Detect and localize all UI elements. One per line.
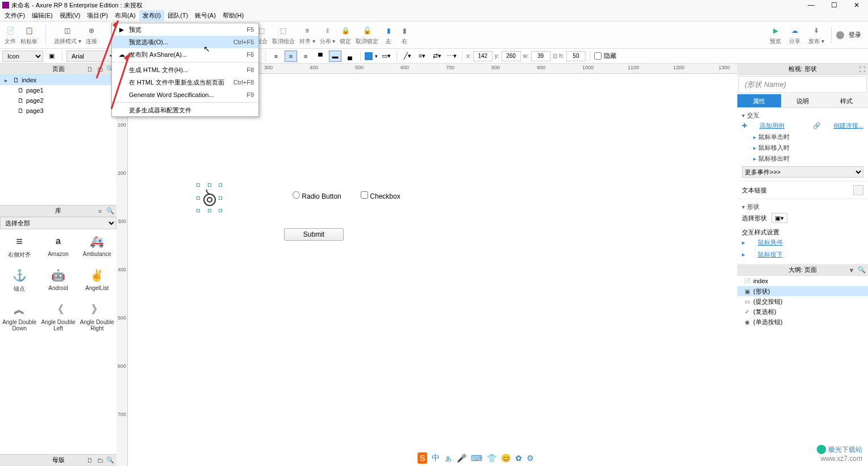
menu-item-8[interactable]: 帮助(H) [219,10,247,21]
w-input[interactable] [531,51,550,61]
x-input[interactable] [473,51,493,61]
text-link-button[interactable] [853,185,863,195]
library-item-Angle Double Down[interactable]: ︽Angle Double Down [0,297,39,336]
toolbar-对齐 ▾[interactable]: ≡对齐 ▾ [297,25,318,45]
mouse-down-link[interactable]: 鼠标按下 [758,250,783,259]
interactions-section-title[interactable]: 交互 [742,111,863,120]
hidden-checkbox[interactable] [594,52,602,60]
lock-aspect-icon[interactable]: ⊡ [553,53,557,59]
shape-section-title[interactable]: 形状 [742,203,863,211]
add-folder-icon[interactable]: 🗀 [96,65,104,73]
fill-color-button[interactable] [365,52,373,60]
add-case-link[interactable]: 添加用例 [760,121,784,130]
shape-picker-button[interactable]: ▣▾ [771,213,787,223]
menu-item-1[interactable]: 编辑(E) [28,10,56,21]
toolbar-右[interactable]: ▮右 [397,25,412,45]
toolbar-分享[interactable]: ☁分享 [787,25,803,45]
library-select[interactable]: 选择全部 [0,217,116,229]
line-pattern-button[interactable]: ⋯▾ [445,51,458,62]
dropdown-item[interactable]: 在 HTML 文件中重新生成当前页面Ctrl+F8 [112,76,258,89]
create-link-link[interactable]: 创建连接... [833,121,863,130]
y-input[interactable] [502,51,521,61]
library-item-锚点[interactable]: ⚓锚点 [0,263,39,297]
more-events-select[interactable]: 更多事件>>> [742,166,863,178]
library-item-右侧对齐[interactable]: ≡右侧对齐 [0,229,39,263]
canvas[interactable]: Radio Button Checkbox Submit [128,74,737,466]
close-button[interactable]: ✕ [845,0,868,10]
toolbar-文件[interactable]: 📄文件 [2,25,18,45]
radio-button-widget[interactable]: Radio Button [293,191,341,200]
event-item[interactable]: 鼠标单击时 [742,132,863,142]
line-color-button[interactable]: ▭▾ [380,51,393,62]
maximize-button[interactable]: ☐ [823,0,845,10]
login-link[interactable]: 登录 [849,31,861,39]
library-menu-icon[interactable]: ≡ [96,207,104,215]
page-row-index[interactable]: ▸🗋index [0,75,116,85]
dropdown-item[interactable]: ▶预览F5 [112,23,258,36]
toolbar-选择模式 ▾[interactable]: ◫选择模式 ▾ [52,25,84,45]
menu-item-5[interactable]: 发布(I) [139,10,164,21]
toolbar-连接[interactable]: ⊕连接 [84,25,99,45]
add-page-icon[interactable]: 🗋 [86,65,94,73]
toolbar-左[interactable]: ▮左 [381,25,397,45]
align-center-button[interactable]: ≡ [285,51,297,62]
valign-bottom-button[interactable]: ▄ [344,51,356,62]
selected-shape[interactable] [198,185,220,211]
toolbar-取消组合[interactable]: ⬚取消组合 [270,25,297,45]
outline-filter-icon[interactable]: ▼ [848,266,856,274]
mouse-hover-link[interactable]: 鼠标悬停 [758,238,783,247]
menu-item-7[interactable]: 账号(A) [191,10,219,21]
menu-item-3[interactable]: 项目(P) [84,10,111,21]
menu-item-2[interactable]: 视图(V) [56,10,84,21]
submit-button-widget[interactable]: Submit [284,228,344,241]
dropdown-item[interactable]: 预览选项(O)...Ctrl+F5 [112,36,258,48]
menu-item-4[interactable]: 布局(A) [111,10,139,21]
shape-preview-icon[interactable]: ▣ [45,51,58,62]
arrow-style-button[interactable]: ⇄▾ [431,51,443,62]
outline-row[interactable]: ◉(单选按钮) [737,317,868,327]
align-left-button[interactable]: ≡ [270,51,282,62]
event-item[interactable]: 鼠标移出时 [742,153,863,164]
valign-middle-button[interactable]: ▬ [329,51,341,62]
event-item[interactable]: 鼠标移入时 [742,142,863,153]
outline-row[interactable]: ▭(提交按钮) [737,296,868,307]
valign-top-button[interactable]: ▀ [314,51,327,62]
toolbar-预览[interactable]: ▶预览 [767,25,783,45]
inspector-expand-icon[interactable]: ⛶ [858,65,866,73]
page-row-page1[interactable]: 🗋page1 [0,85,116,95]
dropdown-item[interactable]: 更多生成器和配置文件 [112,104,258,116]
shape-type-select[interactable]: Icon [2,51,43,62]
dropdown-item[interactable]: Generate Word Specification...F9 [112,89,258,101]
add-master-folder-icon[interactable]: 🗀 [96,456,104,464]
page-row-page2[interactable]: 🗋page2 [0,95,116,106]
toolbar-发布 ▾[interactable]: ⬇发布 ▾ [806,25,827,45]
page-row-page3[interactable]: 🗋page3 [0,106,116,116]
minimize-button[interactable]: — [800,0,823,10]
toolbar-粘贴板[interactable]: 📋粘贴板 [18,25,40,45]
inspector-tab-1[interactable]: 说明 [781,94,825,107]
toolbar-分布 ▾[interactable]: ⫴分布 ▾ [318,25,338,45]
library-item-Angle Double Right[interactable]: 》Angle Double Right [78,297,116,336]
library-item-Android[interactable]: 🤖Android [39,263,77,297]
library-item-Angle Double Left[interactable]: 《Angle Double Left [39,297,77,336]
dropdown-item[interactable]: 生成 HTML 文件(H)...F8 [112,64,258,76]
library-item-Amazon[interactable]: aAmazon [39,229,77,263]
outline-row[interactable]: ▣(形状) [737,286,868,296]
search-master-icon[interactable]: 🔍 [106,456,114,464]
font-select[interactable]: Arial [66,51,118,62]
inspector-tab-0[interactable]: 属性 [737,94,781,107]
widget-name-input[interactable]: (形状 Name) [738,76,867,93]
library-item-Ambulance[interactable]: 🚑Ambulance [78,229,116,263]
toolbar-取消锁定[interactable]: 🔓取消锁定 [353,25,381,45]
outline-row[interactable]: ✓(复选框) [737,307,868,317]
menu-item-0[interactable]: 文件(F) [1,10,28,21]
inspector-tab-2[interactable]: 样式 [824,94,868,107]
outline-row[interactable]: 📄index [737,276,868,286]
line-style-button[interactable]: ╱▾ [401,51,414,62]
checkbox-widget[interactable]: Checkbox [361,191,400,200]
outline-search-icon[interactable]: 🔍 [858,266,866,274]
search-library-icon[interactable]: 🔍 [106,207,114,215]
h-input[interactable] [566,51,586,61]
menu-item-6[interactable]: 团队(T) [164,10,191,21]
add-master-icon[interactable]: 🗋 [86,456,94,464]
